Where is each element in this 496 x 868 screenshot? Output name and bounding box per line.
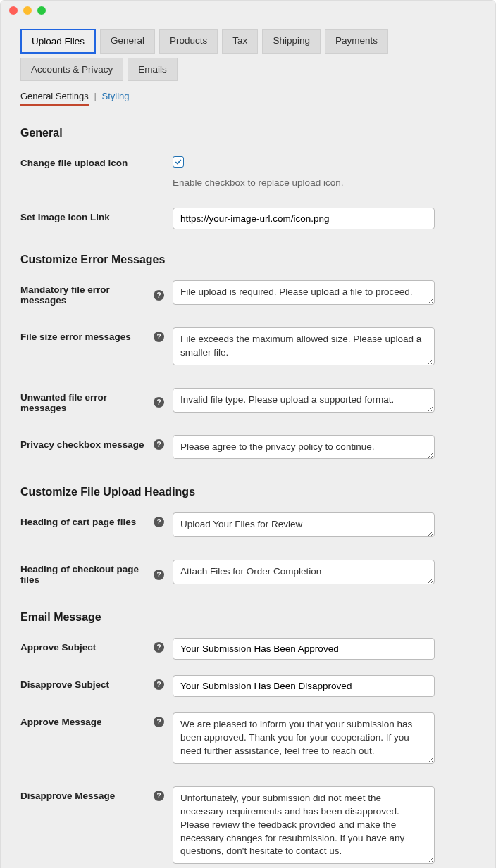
section-email-title: Email Message [20, 611, 476, 624]
checkout-heading-textarea[interactable] [173, 560, 435, 584]
row-cart-heading: Heading of cart page files? [20, 512, 476, 540]
approve-message-textarea[interactable] [173, 712, 435, 764]
help-icon[interactable]: ? [154, 397, 164, 408]
sub-tabs: General Settings | Styling [20, 91, 476, 101]
label-filesize-error: File size error messages [20, 332, 131, 342]
tab-products[interactable]: Products [159, 29, 218, 54]
tab-tax[interactable]: Tax [222, 29, 258, 54]
tab-emails[interactable]: Emails [128, 58, 178, 81]
section-headings-title: Customize File Upload Headings [20, 486, 476, 498]
main-tabs: Upload Files General Products Tax Shippi… [20, 29, 476, 81]
label-privacy-msg: Privacy checkbox message [20, 439, 144, 450]
help-icon[interactable]: ? [154, 642, 164, 653]
help-icon[interactable]: ? [154, 717, 164, 727]
row-change-icon: Change file upload icon Enable checkbox … [20, 153, 476, 188]
help-icon[interactable]: ? [154, 791, 164, 801]
label-unwanted-error: Unwanted file error messages [20, 392, 154, 413]
label-checkout-heading: Heading of checkout page files [20, 564, 154, 585]
row-approve-subject: Approve Subject? [20, 638, 476, 660]
subtab-general-settings[interactable]: General Settings [20, 91, 89, 106]
help-icon[interactable]: ? [154, 570, 164, 580]
tab-upload-files[interactable]: Upload Files [20, 29, 96, 54]
label-disapprove-subject: Disapprove Subject [20, 679, 109, 690]
unwanted-error-textarea[interactable] [173, 388, 435, 413]
tab-accounts-privacy[interactable]: Accounts & Privacy [20, 58, 123, 81]
change-icon-checkbox[interactable] [173, 156, 184, 168]
label-image-link: Set Image Icon Link [20, 208, 173, 222]
disapprove-message-textarea[interactable] [173, 786, 435, 864]
row-image-link: Set Image Icon Link [20, 208, 476, 229]
label-approve-subject: Approve Subject [20, 642, 96, 653]
row-checkout-heading: Heading of checkout page files? [20, 560, 476, 587]
settings-content: Upload Files General Products Tax Shippi… [1, 20, 495, 868]
disapprove-subject-input[interactable] [173, 675, 435, 697]
help-icon[interactable]: ? [154, 679, 164, 690]
row-mandatory-error: Mandatory file error messages? [20, 280, 476, 308]
mandatory-error-textarea[interactable] [173, 280, 435, 305]
cart-heading-textarea[interactable] [173, 512, 435, 537]
close-window-icon[interactable] [9, 6, 18, 15]
label-approve-message: Approve Message [20, 717, 102, 727]
row-approve-message: Approve Message? [20, 712, 476, 767]
change-icon-desc: Enable checkbox to replace upload icon. [173, 177, 435, 188]
tab-general[interactable]: General [100, 29, 155, 54]
check-icon [174, 158, 182, 166]
row-disapprove-subject: Disapprove Subject? [20, 675, 476, 697]
help-icon[interactable]: ? [154, 332, 164, 342]
row-disapprove-message: Disapprove Message? [20, 786, 476, 867]
label-change-icon: Change file upload icon [20, 153, 173, 168]
section-errors-title: Customize Error Messages [20, 253, 476, 266]
help-icon[interactable]: ? [154, 517, 164, 527]
window-titlebar [1, 1, 495, 20]
filesize-error-textarea[interactable] [173, 327, 435, 365]
label-cart-heading: Heading of cart page files [20, 517, 136, 527]
row-filesize-error: File size error messages? [20, 327, 476, 368]
tab-shipping[interactable]: Shipping [262, 29, 321, 54]
label-image-link-text: Set Image Icon Link [20, 212, 110, 222]
maximize-window-icon[interactable] [37, 6, 46, 15]
minimize-window-icon[interactable] [23, 6, 32, 15]
section-general-title: General [20, 127, 476, 139]
row-unwanted-error: Unwanted file error messages? [20, 388, 476, 415]
label-change-icon-text: Change file upload icon [20, 158, 128, 168]
subtab-styling[interactable]: Styling [101, 91, 129, 101]
privacy-msg-textarea[interactable] [173, 435, 435, 460]
label-disapprove-message: Disapprove Message [20, 791, 115, 801]
approve-subject-input[interactable] [173, 638, 435, 660]
row-privacy-msg: Privacy checkbox message? [20, 435, 476, 463]
image-link-input[interactable] [173, 208, 435, 229]
label-mandatory-error: Mandatory file error messages [20, 284, 154, 306]
tab-payments[interactable]: Payments [325, 29, 388, 54]
settings-window: Upload Files General Products Tax Shippi… [0, 0, 496, 868]
help-icon[interactable]: ? [154, 439, 164, 450]
subtab-separator: | [94, 91, 96, 101]
help-icon[interactable]: ? [154, 290, 164, 301]
